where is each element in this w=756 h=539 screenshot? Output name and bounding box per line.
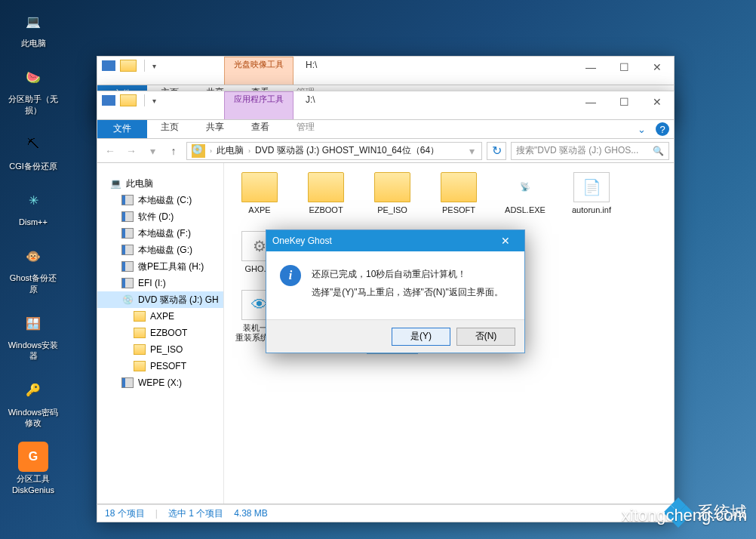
maximize-button[interactable]: ☐	[607, 57, 641, 78]
search-input[interactable]: 搜索"DVD 驱动器 (J:) GHOS... 🔍	[511, 142, 669, 160]
desktop-cgi-backup[interactable]: ⛏ CGI备份还原	[6, 129, 60, 171]
tree-subitem[interactable]: AXPE	[97, 308, 223, 325]
tree-item[interactable]: 本地磁盘 (F:)	[97, 225, 223, 242]
file-item[interactable]: PE_ISO	[367, 172, 417, 225]
nav-tree: 此电脑本地磁盘 (C:)软件 (D:)本地磁盘 (F:)本地磁盘 (G:)微PE…	[97, 163, 224, 504]
ribbon-tab-file[interactable]: 文件	[97, 120, 147, 138]
tree-item[interactable]: 本地磁盘 (C:)	[97, 192, 223, 208]
folder-icon	[441, 172, 477, 202]
search-icon: 🔍	[653, 146, 664, 156]
ribbon-tab-manage[interactable]: 管理	[283, 118, 328, 138]
desktop-label: Ghost备份还原	[6, 273, 60, 294]
cgi-icon: ⛏	[18, 129, 48, 159]
file-label: autorun.inf	[572, 205, 611, 225]
desktop-label: Windows密码修改	[6, 407, 60, 429]
desktop-label: 分区工具DiskGenius	[6, 473, 60, 495]
window-icon	[102, 95, 115, 106]
pc-icon: 💻	[18, 6, 48, 36]
tree-subitem[interactable]: PESOFT	[97, 358, 223, 374]
tree-item[interactable]: EFI (I:)	[97, 275, 223, 291]
yes-button[interactable]: 是(Y)	[392, 328, 450, 346]
dialog-message: 还原已完成，10秒后自动重启计算机！ 选择"是(Y)"马上重启，选择"否(N)"…	[312, 265, 503, 301]
tree-item[interactable]: 微PE工具箱 (H:)	[97, 258, 223, 275]
file-label: ADSL.EXE	[505, 205, 545, 225]
desktop-label: Windows安装器	[6, 340, 60, 362]
info-icon: i	[280, 265, 301, 286]
window-icon	[102, 60, 115, 71]
desktop-win-installer[interactable]: 🪟 Windows安装器	[6, 308, 60, 362]
file-item[interactable]: AXPE	[235, 172, 284, 225]
nav-up-icon[interactable]: ↑	[165, 143, 182, 159]
titlebar[interactable]: ▾ 应用程序工具 J:\ — ☐ ✕	[97, 91, 675, 119]
refresh-button[interactable]: ↻	[487, 142, 506, 160]
file-item[interactable]: ADSL.EXE	[500, 172, 550, 225]
tree-item[interactable]: 本地磁盘 (G:)	[97, 242, 223, 258]
desktop: 💻 此电脑 🍉 分区助手（无损） ⛏ CGI备份还原 ✳ Dism++ 🐵 Gh…	[0, 0, 756, 539]
file-label: PESOFT	[442, 205, 475, 225]
breadcrumb-item[interactable]: DVD 驱动器 (J:) GHOST_WIN10_64位（64）	[252, 144, 442, 157]
tree-subitem[interactable]: EZBOOT	[97, 325, 223, 341]
file-label: EZBOOT	[309, 205, 343, 225]
desktop-dism[interactable]: ✳ Dism++	[6, 185, 60, 227]
address-bar: ← → ▾ ↑ 💿 › 此电脑 › DVD 驱动器 (J:) GHOST_WIN…	[97, 139, 675, 163]
nav-forward-icon[interactable]: →	[123, 143, 140, 159]
context-tab-disc-image[interactable]: 光盘映像工具	[224, 57, 293, 85]
file-label: AXPE	[248, 205, 270, 225]
desktop-label: 此电脑	[21, 38, 46, 48]
status-bar: 18 个项目 | 选中 1 个项目 4.38 MB	[97, 504, 675, 522]
window-title: H:\	[293, 57, 574, 70]
dialog-close-button[interactable]: ✕	[493, 235, 518, 247]
file-item[interactable]: 📄autorun.inf	[567, 172, 616, 225]
nav-back-icon[interactable]: ←	[102, 143, 118, 159]
ribbon-expand-icon[interactable]: ⌄	[632, 120, 651, 138]
inf-icon: 📄	[573, 172, 610, 202]
key-icon: 🔑	[18, 375, 48, 405]
window-title: J:\	[293, 91, 574, 105]
file-item[interactable]: PESOFT	[434, 172, 484, 225]
maximize-button[interactable]: ☐	[607, 91, 641, 112]
partition-icon: 🍉	[18, 62, 48, 92]
tree-item[interactable]: DVD 驱动器 (J:) GH	[97, 291, 223, 308]
ribbon-tab-share[interactable]: 共享	[192, 118, 238, 138]
no-button[interactable]: 否(N)	[456, 328, 515, 346]
folder-icon	[241, 172, 278, 202]
titlebar[interactable]: ▾ 光盘映像工具 H:\ — ☐ ✕	[97, 56, 675, 85]
drive-icon: 💿	[192, 144, 205, 158]
tree-item[interactable]: WEPE (X:)	[97, 374, 223, 391]
dialog-titlebar[interactable]: OneKey Ghost ✕	[266, 230, 524, 251]
status-selected: 选中 1 个项目	[168, 507, 223, 520]
ghost-icon: 🐵	[18, 241, 48, 271]
breadcrumb[interactable]: 💿 › 此电脑 › DVD 驱动器 (J:) GHOST_WIN10_64位（6…	[186, 142, 482, 160]
status-size: 4.38 MB	[234, 508, 268, 519]
qat-dropdown-icon[interactable]: ▾	[152, 62, 156, 70]
dropdown-icon[interactable]: ▾	[463, 143, 480, 159]
diskgenius-icon: G	[18, 442, 48, 472]
qat-dropdown-icon[interactable]: ▾	[152, 97, 156, 105]
breadcrumb-item[interactable]: 此电脑	[214, 144, 247, 157]
help-icon[interactable]: ?	[656, 122, 669, 136]
ribbon-tabs: 文件 主页 共享 查看 管理 ⌄ ?	[97, 119, 675, 139]
minimize-button[interactable]: —	[574, 57, 607, 78]
tree-item[interactable]: 软件 (D:)	[97, 208, 223, 225]
wininst-icon: 🪟	[18, 308, 48, 338]
desktop-label: Dism++	[19, 217, 48, 227]
ribbon-tab-home[interactable]: 主页	[147, 118, 192, 138]
context-tab-app-tools[interactable]: 应用程序工具	[224, 91, 293, 120]
tree-subitem[interactable]: PE_ISO	[97, 341, 223, 358]
file-label: PE_ISO	[377, 205, 407, 225]
desktop-partition-assistant[interactable]: 🍉 分区助手（无损）	[6, 62, 60, 116]
desktop-ghost[interactable]: 🐵 Ghost备份还原	[6, 241, 60, 294]
desktop-diskgenius[interactable]: G 分区工具DiskGenius	[6, 442, 60, 495]
minimize-button[interactable]: —	[574, 91, 607, 112]
tree-root-this-pc[interactable]: 此电脑	[97, 175, 223, 192]
dism-icon: ✳	[18, 185, 48, 215]
status-count: 18 个项目	[105, 507, 145, 520]
file-item[interactable]: EZBOOT	[301, 172, 351, 225]
desktop-win-password[interactable]: 🔑 Windows密码修改	[6, 375, 60, 429]
close-button[interactable]: ✕	[641, 91, 674, 112]
folder-icon	[120, 60, 137, 72]
ribbon-tab-view[interactable]: 查看	[238, 118, 283, 138]
nav-history-icon[interactable]: ▾	[144, 143, 161, 159]
close-button[interactable]: ✕	[641, 57, 674, 78]
desktop-this-pc[interactable]: 💻 此电脑	[6, 6, 60, 48]
